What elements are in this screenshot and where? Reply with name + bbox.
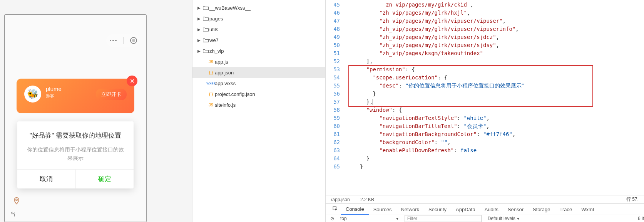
- file-app-json[interactable]: { }app.json: [192, 67, 325, 78]
- dialog-body: 你的位置信息将用于小程序位置接口的效果展示: [17, 144, 134, 170]
- devtools-tabs[interactable]: ConsoleSourcesNetworkSecurityAppDataAudi…: [326, 204, 644, 215]
- editor-panel: 4546474849505152535455565758596061626364…: [325, 0, 644, 222]
- folder-utils[interactable]: ▶utils: [192, 24, 325, 35]
- console-toolbar[interactable]: ⊘ top ▾ Filter Default levels ▾ 6 it: [326, 215, 644, 222]
- console-filter-input[interactable]: Filter: [405, 215, 482, 222]
- status-bar: /app.json 2.2 KB 行 57,: [326, 195, 644, 204]
- devtab-appdata[interactable]: AppData: [451, 204, 480, 215]
- member-card: ✕ 🐝 plume 游客 立即开卡: [17, 79, 134, 113]
- cursor-position: 行 57,: [626, 196, 639, 203]
- confirm-button[interactable]: 确定: [76, 170, 134, 188]
- inspect-icon[interactable]: [330, 206, 341, 213]
- folder-we7[interactable]: ▶we7: [192, 35, 325, 45]
- devtab-sensor[interactable]: Sensor: [503, 204, 528, 215]
- file-size: 2.2 KB: [360, 197, 374, 202]
- levels-dropdown[interactable]: Default levels ▾: [488, 216, 519, 221]
- miniapp-capsule[interactable]: [106, 34, 140, 47]
- folder-zh_vip[interactable]: ▶zh_vip: [192, 45, 325, 56]
- code-content[interactable]: zn_vip/pages/my/girk/ckid , "zh_vip/page…: [347, 0, 644, 195]
- file-siteinfo-js[interactable]: JSsiteinfo.js: [192, 99, 325, 110]
- devtab-storage[interactable]: Storage: [528, 204, 555, 215]
- bottom-label: 当: [10, 211, 15, 218]
- dialog-title: "好品券" 需要获取你的地理位置: [17, 121, 134, 144]
- cancel-button[interactable]: 取消: [17, 170, 76, 188]
- simulator-panel: ✕ 🐝 plume 游客 立即开卡 当 "好品券" 需要获取你的地理位置 你的位…: [0, 0, 192, 222]
- code-editor[interactable]: 4546474849505152535455565758596061626364…: [326, 0, 644, 195]
- folder-__wuBaseWxss__[interactable]: ▶__wuBaseWxss__: [192, 2, 325, 13]
- svg-point-0: [16, 199, 17, 200]
- context-dropdown[interactable]: top ▾: [340, 216, 398, 221]
- file-path: /app.json: [331, 197, 350, 202]
- devtab-trace[interactable]: Trace: [555, 204, 577, 215]
- permission-dialog: "好品券" 需要获取你的地理位置 你的位置信息将用于小程序位置接口的效果展示 取…: [17, 121, 134, 188]
- file-app-js[interactable]: JSapp.js: [192, 56, 325, 67]
- location-icon: [13, 197, 20, 205]
- devtab-console[interactable]: Console: [341, 204, 369, 215]
- clear-console-icon[interactable]: ⊘: [330, 216, 334, 221]
- folder-pages[interactable]: ▶pages: [192, 13, 325, 24]
- devtab-security[interactable]: Security: [424, 204, 451, 215]
- line-gutter: 4546474849505152535455565758596061626364…: [326, 0, 347, 195]
- items-count: 6 it: [638, 216, 644, 221]
- file-app-wxss[interactable]: WXSSapp.wxss: [192, 78, 325, 89]
- menu-icon: [110, 40, 117, 41]
- card-close-icon[interactable]: ✕: [127, 76, 137, 86]
- phone-frame: ✕ 🐝 plume 游客 立即开卡 当 "好品券" 需要获取你的地理位置 你的位…: [4, 14, 147, 222]
- open-card-button[interactable]: 立即开卡: [96, 89, 127, 100]
- file-explorer[interactable]: ▶__wuBaseWxss__▶pages▶utils▶we7▶zh_vipJS…: [192, 0, 325, 222]
- close-icon: [130, 37, 137, 44]
- file-project-config-json[interactable]: { }project.config.json: [192, 89, 325, 99]
- devtab-network[interactable]: Network: [396, 204, 424, 215]
- devtab-audits[interactable]: Audits: [480, 204, 503, 215]
- avatar: 🐝: [24, 86, 41, 103]
- devtab-sources[interactable]: Sources: [369, 204, 396, 215]
- devtab-wxml[interactable]: Wxml: [577, 204, 599, 215]
